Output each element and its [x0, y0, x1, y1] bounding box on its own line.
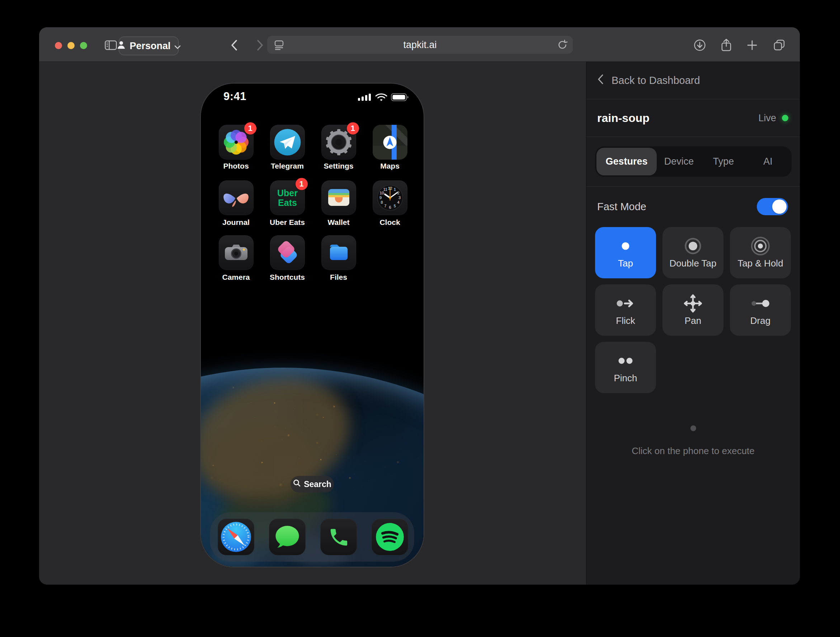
gesture-button-double-tap[interactable]: Double Tap: [662, 227, 723, 278]
close-window-button[interactable]: [55, 42, 62, 49]
pan-icon: [682, 292, 704, 315]
app-label: Wallet: [310, 218, 367, 227]
live-label: Live: [758, 112, 776, 124]
dock-app-phone[interactable]: [320, 518, 357, 555]
gesture-label: Tap & Hold: [737, 258, 783, 269]
fast-mode-toggle[interactable]: [757, 198, 788, 215]
tab-overview-button[interactable]: [769, 36, 790, 55]
svg-text:Uber: Uber: [277, 188, 298, 198]
profile-button[interactable]: Personal: [119, 36, 178, 55]
hint-text: Click on the phone to execute: [586, 446, 800, 457]
gesture-button-pinch[interactable]: Pinch: [595, 342, 656, 393]
chevron-down-icon: [174, 41, 181, 52]
url-text: tapkit.ai: [267, 40, 573, 51]
tab-gestures[interactable]: Gestures: [597, 148, 657, 175]
tab-ai[interactable]: AI: [746, 148, 790, 175]
minimize-window-button[interactable]: [68, 42, 74, 49]
app-files[interactable]: [321, 235, 356, 270]
back-to-dashboard-label: Back to Dashboard: [611, 74, 700, 87]
zoom-window-button[interactable]: [80, 42, 87, 49]
search-icon: [293, 479, 301, 489]
gesture-button-tap[interactable]: Tap: [595, 227, 656, 278]
new-tab-button[interactable]: [742, 36, 762, 55]
app-shortcuts[interactable]: [270, 235, 305, 270]
app-label: Journal: [207, 218, 265, 227]
toggle-knob: [772, 199, 786, 214]
dock-app-spotify[interactable]: [371, 518, 408, 555]
dock: [210, 512, 414, 562]
svg-text:9: 9: [379, 196, 381, 200]
svg-text:Eats: Eats: [278, 198, 297, 208]
svg-text:8: 8: [381, 200, 383, 204]
app-label: Shortcuts: [259, 273, 316, 281]
svg-text:1: 1: [393, 187, 396, 191]
notification-badge: 1: [347, 122, 359, 134]
dock-app-safari[interactable]: [218, 518, 254, 555]
search-label: Search: [304, 479, 332, 489]
svg-text:3: 3: [398, 196, 400, 200]
app-maps[interactable]: [373, 125, 407, 160]
gesture-button-tap-hold[interactable]: Tap & Hold: [730, 227, 791, 278]
chevron-left-icon: [597, 74, 604, 87]
control-panel: Back to Dashboard rain-soup Live Gesture…: [586, 62, 800, 585]
fast-mode-row: Fast Mode: [586, 186, 800, 227]
url-field[interactable]: tapkit.ai: [267, 36, 573, 54]
app-label: Files: [310, 273, 367, 281]
svg-text:6: 6: [389, 205, 391, 209]
gesture-label: Tap: [618, 258, 633, 269]
status-icons: [358, 93, 409, 103]
gesture-label: Pan: [685, 315, 701, 326]
notification-badge: 1: [244, 122, 256, 134]
battery-icon: [391, 93, 409, 103]
app-journal[interactable]: [219, 180, 254, 215]
share-button[interactable]: [716, 36, 736, 55]
app-photos[interactable]: 1: [219, 125, 254, 160]
back-button[interactable]: [224, 36, 244, 55]
back-to-dashboard-link[interactable]: Back to Dashboard: [586, 62, 800, 99]
svg-text:7: 7: [384, 204, 386, 208]
signal-icon: [358, 93, 371, 103]
forward-icon: [256, 40, 264, 52]
tab-overview-icon: [773, 39, 786, 53]
gesture-button-flick[interactable]: Flick: [595, 285, 656, 336]
downloads-button[interactable]: [690, 36, 710, 55]
app-label: Uber Eats: [259, 218, 316, 227]
app-wallet[interactable]: [321, 180, 356, 215]
new-tab-icon: [746, 40, 758, 52]
panel-tab-bar: GesturesDeviceTypeAI: [595, 146, 791, 177]
share-icon: [720, 38, 732, 54]
gesture-button-pan[interactable]: Pan: [662, 285, 723, 336]
tap-hold-icon: [750, 235, 771, 257]
project-row: rain-soup Live: [586, 100, 800, 137]
app-clock[interactable]: 123456789101112: [373, 180, 407, 215]
browser-toolbar: Personal tapkit.ai: [39, 27, 800, 62]
live-status-dot: [782, 115, 788, 121]
pinch-icon: [615, 350, 636, 372]
wifi-icon: [375, 93, 387, 103]
tab-type[interactable]: Type: [701, 148, 746, 175]
app-label: Maps: [361, 162, 418, 171]
gesture-label: Double Tap: [669, 258, 716, 269]
app-camera[interactable]: [219, 235, 254, 270]
notification-badge: 1: [295, 178, 308, 190]
app-settings[interactable]: 1: [321, 125, 356, 160]
app-label: Settings: [310, 162, 367, 171]
back-icon: [231, 40, 238, 52]
hint-dot: [690, 425, 696, 431]
gesture-button-drag[interactable]: Drag: [730, 285, 791, 336]
gesture-label: Pinch: [614, 373, 637, 384]
fast-mode-label: Fast Mode: [597, 201, 757, 213]
spotlight-search-pill[interactable]: Search: [291, 476, 334, 492]
app-uber-eats[interactable]: Uber Eats1: [270, 180, 305, 215]
app-label: Telegram: [259, 162, 316, 171]
profile-label: Personal: [129, 41, 171, 52]
browser-window: Personal tapkit.ai: [39, 27, 800, 585]
app-label: Clock: [361, 218, 418, 227]
app-telegram[interactable]: [270, 125, 305, 160]
app-label: Photos: [207, 162, 265, 171]
tab-device[interactable]: Device: [657, 148, 701, 175]
dock-app-messages[interactable]: [269, 518, 306, 555]
svg-text:4: 4: [397, 200, 399, 204]
refresh-icon[interactable]: [557, 40, 568, 52]
phone-screen[interactable]: 9:41 1Photos Telegram1Settings Maps Jour…: [201, 84, 423, 567]
